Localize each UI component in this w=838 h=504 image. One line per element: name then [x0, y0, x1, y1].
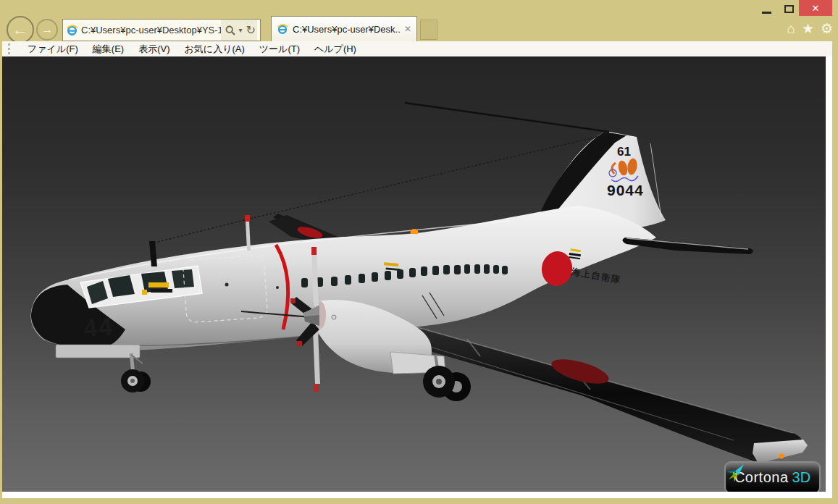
close-icon: ✕ — [812, 3, 820, 14]
favorites-star-icon[interactable]: ★ — [802, 22, 814, 35]
page-body: 61 9044 — [2, 56, 832, 498]
minimize-button[interactable] — [762, 12, 771, 14]
browser-tab[interactable]: C:¥Users¥pc-user¥Desk... ✕ — [271, 16, 417, 41]
menu-edit[interactable]: 編集(E) — [85, 43, 131, 56]
toolbar-grip — [8, 43, 10, 54]
tab-close-icon[interactable]: ✕ — [404, 24, 411, 34]
beacon-base — [410, 234, 419, 237]
cortona3d-viewport[interactable]: 61 9044 — [2, 56, 826, 492]
address-bar[interactable]: C:¥Users¥pc-user¥Desktop¥YS-11M, ▾ ↻ — [62, 19, 261, 41]
menu-help[interactable]: ヘルプ(H) — [307, 43, 364, 56]
windshield-pane — [172, 269, 194, 288]
back-arrow-icon: ← — [12, 20, 28, 39]
refresh-icon[interactable]: ↻ — [246, 25, 256, 36]
fuselage-dot — [276, 286, 279, 289]
tail-serial-number: 9044 — [607, 182, 644, 198]
maximize-button[interactable] — [784, 5, 794, 13]
address-url[interactable]: C:¥Users¥pc-user¥Desktop¥YS-11M, — [81, 25, 221, 35]
wingtip-cap — [753, 440, 808, 463]
address-actions: ▾ ↻ — [221, 20, 257, 41]
menu-file[interactable]: ファイル(F) — [20, 43, 85, 56]
forward-button[interactable]: → — [36, 19, 58, 41]
menu-favorites[interactable]: お気に入り(A) — [177, 43, 252, 56]
antenna-wire-far — [405, 103, 609, 132]
browser-window: ← → C:¥Users¥pc-user¥Desktop¥YS-11M, ▾ ↻ — [0, 0, 838, 504]
wingtip-light — [779, 454, 784, 459]
menu-tools[interactable]: ツール(T) — [252, 43, 307, 56]
menu-bar: ファイル(F) 編集(E) 表示(V) お気に入り(A) ツール(T) ヘルプ(… — [2, 41, 832, 56]
nose-number: 44 — [83, 312, 114, 342]
main-gear-hub-center — [436, 379, 442, 385]
browser-quick-icons: ⌂ ★ ⚙ — [772, 20, 833, 37]
nose-gear-hub-center — [130, 379, 135, 383]
settings-gear-icon[interactable]: ⚙ — [821, 22, 833, 35]
chevron-down-icon[interactable]: ▾ — [239, 26, 243, 34]
home-icon[interactable]: ⌂ — [787, 22, 795, 35]
nacelle-vent — [332, 315, 336, 319]
search-icon[interactable] — [225, 25, 235, 35]
forward-arrow-icon: → — [41, 22, 54, 37]
tab-title: C:¥Users¥pc-user¥Desk... — [293, 24, 400, 35]
back-button[interactable]: ← — [7, 16, 34, 43]
menu-view[interactable]: 表示(V) — [131, 43, 177, 56]
close-button[interactable]: ✕ — [799, 0, 832, 16]
fuselage-dot — [225, 283, 229, 287]
belly-panel — [56, 345, 140, 358]
tail-unit-number: 61 — [617, 145, 631, 159]
ie-icon — [66, 24, 78, 36]
cortona3d-logo: Cortona 3D — [724, 461, 821, 492]
cortona-star-icon — [726, 463, 745, 482]
ie-icon — [277, 23, 288, 35]
new-tab-button[interactable] — [420, 20, 437, 40]
cortona-logo-3d: 3D — [792, 469, 811, 486]
antenna-mast-red-tip — [245, 215, 251, 251]
fuselage-jmsdf-text: 海上自衛隊 — [570, 266, 623, 285]
title-bar: ← → C:¥Users¥pc-user¥Desktop¥YS-11M, ▾ ↻ — [0, 0, 838, 41]
ys11-aircraft-model: 61 9044 — [2, 56, 826, 492]
